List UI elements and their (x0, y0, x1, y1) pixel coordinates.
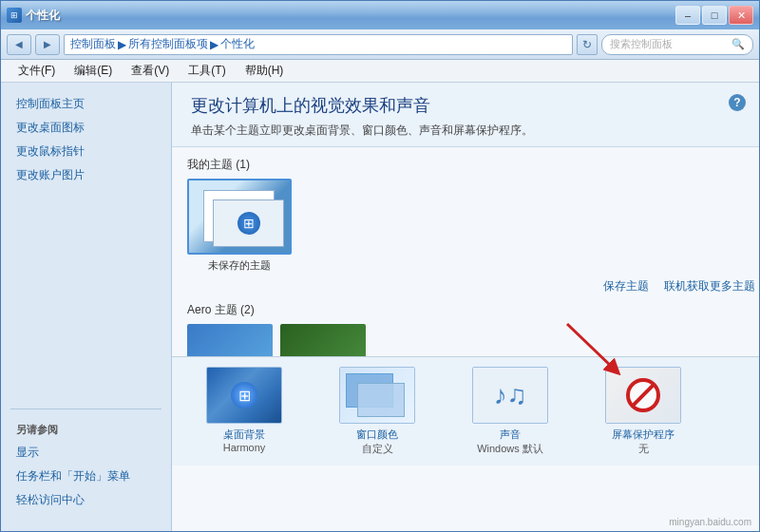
wallpaper-subtitle: Harmony (223, 442, 266, 453)
sound-notes-icon: ♪♫ (494, 380, 527, 410)
color-win2 (357, 383, 405, 417)
wallpaper-win-logo: ⊞ (231, 382, 257, 408)
wallpaper-preview: ⊞ (207, 368, 281, 423)
theme-window-front: ⊞ (213, 200, 284, 247)
sidebar-link-account-picture[interactable]: 更改账户图片 (1, 163, 171, 187)
windows-logo: ⊞ (238, 212, 260, 235)
sidebar-link-taskbar[interactable]: 任务栏和「开始」菜单 (1, 465, 171, 488)
sound-icon-wrap: ♪♫ (473, 368, 547, 423)
sidebar-see-also-section: 另请参阅 显示 任务栏和「开始」菜单 轻松访问中心 (1, 401, 171, 512)
content-header: 更改计算机上的视觉效果和声音 单击某个主题立即更改桌面背景、窗口颜色、声音和屏幕… (172, 83, 759, 147)
search-icon: 🔍 (732, 38, 745, 50)
sidebar-link-home[interactable]: 控制面板主页 (1, 92, 171, 116)
address-bar: ◀ ▶ 控制面板 ▶ 所有控制面板项 ▶ 个性化 ↻ 搜索控制面板 🔍 (1, 29, 759, 60)
color-subtitle: 自定义 (362, 442, 393, 456)
my-themes-grid: ⊞ 未保存的主题 (187, 179, 755, 273)
theme-preview-unsaved: ⊞ (187, 179, 292, 255)
window-icon: ⊞ (7, 8, 22, 23)
sound-icon-box: ♪♫ (472, 367, 548, 424)
wallpaper-title[interactable]: 桌面背景 (223, 428, 265, 442)
screensaver-subtitle: 无 (638, 442, 649, 456)
menu-view[interactable]: 查看(V) (124, 61, 177, 81)
search-bar[interactable]: 搜索控制面板 🔍 (601, 34, 753, 55)
breadcrumb-sep2: ▶ (210, 38, 218, 51)
prohibited-circle (626, 378, 660, 412)
title-buttons: – □ ✕ (675, 6, 753, 25)
aero-themes-row (187, 324, 755, 356)
title-bar: ⊞ 个性化 – □ ✕ (1, 1, 759, 29)
online-theme-link[interactable]: 联机获取更多主题 (664, 278, 755, 294)
main-area: 控制面板主页 更改桌面图标 更改鼠标指针 更改账户图片 另请参阅 显示 任务栏和… (1, 83, 759, 531)
sidebar-link-accessibility[interactable]: 轻松访问中心 (1, 488, 171, 512)
content-title: 更改计算机上的视觉效果和声音 (191, 94, 740, 117)
option-sound[interactable]: ♪♫ 声音 Windows 默认 (453, 367, 567, 456)
sidebar-main-section: 控制面板主页 更改桌面图标 更改鼠标指针 更改账户图片 (1, 92, 171, 187)
screensaver-preview (606, 368, 680, 423)
minimize-button[interactable]: – (675, 6, 700, 25)
content-subtitle: 单击某个主题立即更改桌面背景、窗口颜色、声音和屏幕保护程序。 (191, 123, 740, 139)
breadcrumb-part2: 所有控制面板项 (128, 36, 208, 52)
refresh-button[interactable]: ↻ (577, 34, 598, 55)
option-wallpaper[interactable]: ⊞ 桌面背景 Harmony (187, 367, 301, 453)
watermark: mingyan.baidu.com (669, 517, 751, 527)
aero-theme-1[interactable] (187, 324, 273, 356)
breadcrumb-part3: 个性化 (220, 36, 255, 52)
back-button[interactable]: ◀ (7, 34, 31, 55)
maximize-button[interactable]: □ (702, 6, 727, 25)
option-screensaver[interactable]: 屏幕保护程序 无 (586, 367, 700, 456)
theme-scroll-area[interactable]: 我的主题 (1) ⊞ 未保存的主题 保存主题 (172, 147, 759, 356)
breadcrumb[interactable]: 控制面板 ▶ 所有控制面板项 ▶ 个性化 (64, 34, 573, 55)
breadcrumb-part1: 控制面板 (70, 36, 116, 52)
screensaver-title[interactable]: 屏幕保护程序 (612, 428, 674, 442)
theme-item-unsaved[interactable]: ⊞ 未保存的主题 (187, 179, 292, 273)
content-panel: ? 更改计算机上的视觉效果和声音 单击某个主题立即更改桌面背景、窗口颜色、声音和… (172, 83, 759, 531)
color-preview (340, 368, 414, 423)
prohibited-line (631, 383, 655, 407)
sidebar-link-mouse-pointer[interactable]: 更改鼠标指针 (1, 140, 171, 163)
option-color[interactable]: 窗口颜色 自定义 (320, 367, 434, 456)
forward-button[interactable]: ▶ (35, 34, 60, 55)
wallpaper-icon-box: ⊞ (206, 367, 282, 424)
menu-bar: 文件(F) 编辑(E) 查看(V) 工具(T) 帮助(H) (1, 60, 759, 83)
aero-theme-2[interactable] (280, 324, 366, 356)
theme-links: 保存主题 联机获取更多主题 (187, 278, 755, 294)
search-placeholder: 搜索控制面板 (610, 37, 728, 51)
menu-edit[interactable]: 编辑(E) (66, 61, 120, 81)
main-window: ⊞ 个性化 – □ ✕ ◀ ▶ 控制面板 ▶ 所有控制面板项 ▶ 个性化 ↻ 搜… (0, 0, 760, 532)
my-themes-label: 我的主题 (1) (187, 157, 755, 173)
color-title[interactable]: 窗口颜色 (356, 428, 398, 442)
color-icon-box (339, 367, 415, 424)
sidebar: 控制面板主页 更改桌面图标 更改鼠标指针 更改账户图片 另请参阅 显示 任务栏和… (1, 83, 172, 531)
unsaved-theme-name: 未保存的主题 (208, 258, 271, 273)
menu-file[interactable]: 文件(F) (10, 61, 63, 81)
menu-tools[interactable]: 工具(T) (180, 61, 233, 81)
sound-subtitle: Windows 默认 (477, 442, 543, 456)
bottom-options: ⊞ 桌面背景 Harmony 窗口颜色 自定义 (172, 356, 759, 466)
sidebar-divider (10, 408, 162, 409)
save-theme-link[interactable]: 保存主题 (603, 278, 649, 294)
menu-help[interactable]: 帮助(H) (238, 61, 292, 81)
sound-title[interactable]: 声音 (500, 428, 521, 442)
breadcrumb-sep1: ▶ (118, 38, 126, 51)
screensaver-icon-box (605, 367, 681, 424)
sidebar-link-desktop-icons[interactable]: 更改桌面图标 (1, 116, 171, 140)
close-button[interactable]: ✕ (729, 6, 753, 25)
help-icon[interactable]: ? (729, 94, 746, 111)
window-title: 个性化 (26, 8, 675, 24)
sidebar-see-also-title: 另请参阅 (1, 417, 171, 441)
sidebar-link-display[interactable]: 显示 (1, 441, 171, 465)
aero-section-label: Aero 主题 (2) (187, 302, 755, 318)
